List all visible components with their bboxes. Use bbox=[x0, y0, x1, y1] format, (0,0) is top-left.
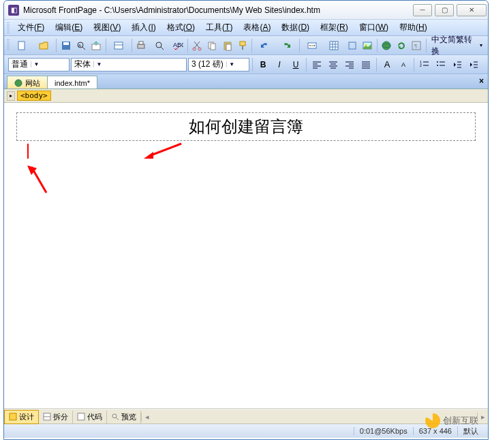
ime-convert-button[interactable]: 中文简繁转换 bbox=[429, 34, 485, 57]
svg-point-23 bbox=[309, 45, 311, 46]
svg-rect-19 bbox=[226, 44, 231, 50]
save-button[interactable] bbox=[59, 38, 73, 53]
menu-file[interactable]: 文件(F) bbox=[12, 20, 50, 35]
publish-button[interactable] bbox=[89, 38, 104, 53]
view-code[interactable]: 代码 bbox=[73, 411, 107, 423]
preview-icon bbox=[111, 413, 119, 421]
grip-icon bbox=[7, 39, 10, 52]
cut-button[interactable] bbox=[190, 38, 204, 53]
scroll-right-icon[interactable]: ▸ bbox=[477, 413, 488, 421]
view-split[interactable]: 拆分 bbox=[39, 411, 73, 423]
status-speed: 0:01@56Kbps bbox=[354, 427, 413, 435]
refresh-button[interactable] bbox=[395, 38, 409, 53]
grip-icon bbox=[7, 22, 10, 33]
size-combo[interactable]: 3 (12 磅)▼ bbox=[188, 58, 249, 71]
menu-help[interactable]: 帮助(H) bbox=[394, 20, 433, 35]
insert-table-button[interactable] bbox=[324, 38, 345, 53]
menu-insert[interactable]: 插入(I) bbox=[126, 20, 161, 35]
bold-button[interactable]: B bbox=[256, 57, 271, 72]
svg-rect-26 bbox=[330, 42, 338, 50]
svg-rect-9 bbox=[138, 44, 144, 48]
design-icon bbox=[9, 413, 17, 421]
watermark-text: 创新互联 bbox=[443, 415, 478, 427]
statusbar: 0:01@56Kbps 637 x 446 默认 bbox=[4, 424, 488, 438]
svg-text:2: 2 bbox=[420, 63, 422, 67]
numbered-list-button[interactable]: 12 bbox=[417, 57, 432, 72]
menu-tools[interactable]: 工具(T) bbox=[200, 20, 238, 35]
minimize-button[interactable]: ─ bbox=[413, 4, 432, 16]
align-left-button[interactable] bbox=[309, 57, 324, 72]
search-button[interactable]: A bbox=[74, 38, 89, 53]
undo-button[interactable] bbox=[254, 38, 275, 53]
new-button[interactable] bbox=[12, 38, 33, 53]
svg-text:¶: ¶ bbox=[414, 43, 417, 49]
spellcheck-button[interactable]: ABC bbox=[171, 38, 185, 53]
menubar: 文件(F) 编辑(E) 视图(V) 插入(I) 格式(O) 工具(T) 表格(A… bbox=[4, 20, 488, 36]
tag-path: ▸ <body> bbox=[4, 89, 488, 103]
design-canvas[interactable]: 如何创建留言簿 bbox=[4, 103, 488, 409]
titlebar: ◧ Microsoft FrontPage - C:\Users\Adminis… bbox=[4, 1, 488, 20]
copy-button[interactable] bbox=[205, 38, 219, 53]
svg-marker-70 bbox=[144, 152, 153, 159]
open-button[interactable] bbox=[33, 38, 55, 53]
watermark-logo-icon bbox=[425, 413, 440, 428]
align-right-button[interactable] bbox=[342, 57, 357, 72]
watermark: 创新互联 bbox=[425, 413, 478, 428]
body-tag-chip[interactable]: <body> bbox=[17, 91, 51, 101]
decrease-font-button[interactable]: A bbox=[396, 57, 411, 72]
site-icon bbox=[14, 79, 22, 87]
path-arrow-icon[interactable]: ▸ bbox=[7, 91, 15, 101]
svg-rect-0 bbox=[18, 42, 25, 50]
style-combo[interactable]: 普通▼ bbox=[8, 58, 70, 71]
view-preview[interactable]: 预览 bbox=[107, 411, 141, 423]
italic-button[interactable]: I bbox=[272, 57, 287, 72]
redo-button[interactable] bbox=[276, 38, 297, 53]
menu-table[interactable]: 表格(A) bbox=[238, 20, 276, 35]
tab-website[interactable]: 网站 bbox=[7, 76, 48, 89]
close-button[interactable]: ✕ bbox=[457, 4, 487, 16]
code-icon bbox=[77, 413, 85, 421]
bullet-list-button[interactable] bbox=[433, 57, 448, 72]
tab-index-htm[interactable]: index.htm* bbox=[47, 76, 97, 89]
svg-rect-31 bbox=[349, 42, 356, 49]
preview-browser-button[interactable] bbox=[149, 38, 170, 53]
font-combo[interactable]: 宋体▼ bbox=[71, 58, 187, 71]
page-heading[interactable]: 如何创建留言簿 bbox=[16, 112, 476, 141]
close-tab-button[interactable]: × bbox=[479, 76, 484, 86]
insert-picture-button[interactable] bbox=[360, 38, 374, 53]
folder-list-button[interactable] bbox=[108, 38, 129, 53]
insert-layer-button[interactable] bbox=[345, 38, 359, 53]
menu-view[interactable]: 视图(V) bbox=[88, 20, 126, 35]
maximize-button[interactable]: ▢ bbox=[435, 4, 454, 16]
window-title: Microsoft FrontPage - C:\Users\Administr… bbox=[23, 5, 413, 15]
menu-frames[interactable]: 框架(R) bbox=[315, 20, 354, 35]
hyperlink-button[interactable] bbox=[380, 38, 394, 53]
format-painter-button[interactable] bbox=[235, 38, 249, 53]
stop-button[interactable]: ¶ bbox=[410, 38, 424, 53]
outdent-button[interactable] bbox=[450, 57, 465, 72]
paste-button[interactable] bbox=[220, 38, 234, 53]
svg-rect-20 bbox=[240, 42, 245, 46]
toolbar-format: 普通▼ 宋体▼ 3 (12 磅)▼ B I U A A 12 bbox=[4, 55, 488, 74]
app-icon: ◧ bbox=[8, 5, 19, 16]
indent-button[interactable] bbox=[466, 57, 481, 72]
menu-data[interactable]: 数据(D) bbox=[276, 20, 315, 35]
menu-format[interactable]: 格式(O) bbox=[162, 20, 200, 35]
increase-font-button[interactable]: A bbox=[380, 57, 395, 72]
scroll-left-icon[interactable]: ◂ bbox=[141, 413, 152, 421]
document-tabs: 网站 index.htm* × bbox=[4, 74, 488, 89]
svg-line-69 bbox=[149, 144, 181, 156]
align-center-button[interactable] bbox=[326, 57, 341, 72]
text-cursor bbox=[27, 144, 29, 159]
underline-button[interactable]: U bbox=[288, 57, 303, 72]
print-button[interactable] bbox=[134, 38, 149, 53]
menu-edit[interactable]: 编辑(E) bbox=[50, 20, 88, 35]
menu-window[interactable]: 窗口(W) bbox=[354, 20, 394, 35]
web-component-button[interactable] bbox=[302, 38, 323, 53]
svg-rect-7 bbox=[114, 42, 123, 49]
view-switcher: 设计 拆分 代码 预览 ◂ ▸ bbox=[4, 409, 488, 424]
align-justify-button[interactable] bbox=[358, 57, 373, 72]
svg-rect-10 bbox=[139, 42, 143, 44]
view-design[interactable]: 设计 bbox=[4, 410, 39, 424]
svg-point-11 bbox=[156, 42, 162, 48]
